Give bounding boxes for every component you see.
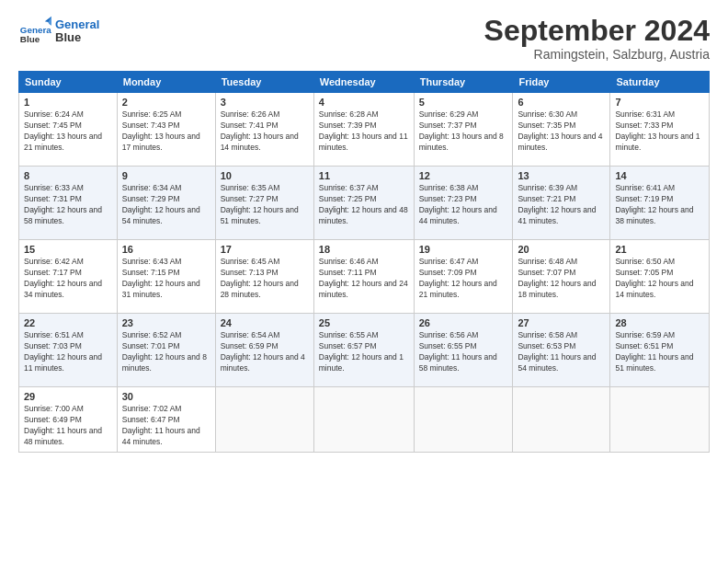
day-info: Sunrise: 6:28 AM Sunset: 7:39 PM Dayligh… xyxy=(319,109,409,154)
calendar-cell: 17 Sunrise: 6:45 AM Sunset: 7:13 PM Dayl… xyxy=(215,240,313,314)
location-subtitle: Ramingstein, Salzburg, Austria xyxy=(484,47,710,62)
day-info: Sunrise: 6:34 AM Sunset: 7:29 PM Dayligh… xyxy=(122,183,210,227)
page: General Blue General Blue September 2024… xyxy=(0,0,728,563)
calendar-cell xyxy=(610,387,710,453)
calendar-cell: 29 Sunrise: 7:00 AM Sunset: 6:49 PM Dayl… xyxy=(19,387,118,453)
day-info: Sunrise: 6:41 AM Sunset: 7:19 PM Dayligh… xyxy=(615,183,704,227)
day-number: 21 xyxy=(615,244,704,255)
calendar-cell: 23 Sunrise: 6:52 AM Sunset: 7:01 PM Dayl… xyxy=(117,314,215,387)
day-number: 15 xyxy=(24,244,112,255)
calendar-cell xyxy=(414,387,513,453)
header: General Blue General Blue September 2024… xyxy=(18,15,710,62)
day-info: Sunrise: 6:48 AM Sunset: 7:07 PM Dayligh… xyxy=(518,257,605,301)
day-number: 6 xyxy=(518,97,605,108)
day-info: Sunrise: 6:52 AM Sunset: 7:01 PM Dayligh… xyxy=(122,330,210,374)
day-number: 20 xyxy=(518,244,605,255)
day-info: Sunrise: 6:31 AM Sunset: 7:33 PM Dayligh… xyxy=(615,109,704,154)
day-number: 4 xyxy=(319,97,409,108)
day-number: 7 xyxy=(615,97,704,108)
col-header-monday: Monday xyxy=(117,72,215,93)
calendar-cell xyxy=(513,387,610,453)
day-number: 30 xyxy=(122,391,210,402)
calendar-cell: 2 Sunrise: 6:25 AM Sunset: 7:43 PM Dayli… xyxy=(117,93,215,167)
day-number: 8 xyxy=(24,170,112,181)
day-number: 13 xyxy=(518,170,605,181)
day-info: Sunrise: 6:45 AM Sunset: 7:13 PM Dayligh… xyxy=(221,257,309,301)
calendar-cell: 22 Sunrise: 6:51 AM Sunset: 7:03 PM Dayl… xyxy=(19,314,118,387)
calendar-cell: 27 Sunrise: 6:58 AM Sunset: 6:53 PM Dayl… xyxy=(513,314,610,387)
calendar-cell: 3 Sunrise: 6:26 AM Sunset: 7:41 PM Dayli… xyxy=(215,93,313,167)
calendar-cell: 30 Sunrise: 7:02 AM Sunset: 6:47 PM Dayl… xyxy=(117,387,215,453)
day-info: Sunrise: 6:42 AM Sunset: 7:17 PM Dayligh… xyxy=(24,257,112,301)
day-info: Sunrise: 6:33 AM Sunset: 7:31 PM Dayligh… xyxy=(24,183,112,227)
col-header-friday: Friday xyxy=(513,72,610,93)
calendar-cell: 6 Sunrise: 6:30 AM Sunset: 7:35 PM Dayli… xyxy=(513,93,610,167)
day-info: Sunrise: 6:29 AM Sunset: 7:37 PM Dayligh… xyxy=(419,109,508,154)
calendar-week-row: 8 Sunrise: 6:33 AM Sunset: 7:31 PM Dayli… xyxy=(19,167,710,240)
logo-line2: Blue xyxy=(55,31,99,44)
calendar-cell: 19 Sunrise: 6:47 AM Sunset: 7:09 PM Dayl… xyxy=(414,240,513,314)
day-info: Sunrise: 6:59 AM Sunset: 6:51 PM Dayligh… xyxy=(615,330,704,374)
calendar-cell: 5 Sunrise: 6:29 AM Sunset: 7:37 PM Dayli… xyxy=(414,93,513,167)
day-info: Sunrise: 6:37 AM Sunset: 7:25 PM Dayligh… xyxy=(319,183,409,227)
calendar-cell: 26 Sunrise: 6:56 AM Sunset: 6:55 PM Dayl… xyxy=(414,314,513,387)
day-number: 3 xyxy=(221,97,309,108)
calendar-week-row: 15 Sunrise: 6:42 AM Sunset: 7:17 PM Dayl… xyxy=(19,240,710,314)
col-header-sunday: Sunday xyxy=(19,72,118,93)
calendar-table: SundayMondayTuesdayWednesdayThursdayFrid… xyxy=(18,71,710,453)
day-number: 2 xyxy=(122,97,210,108)
day-info: Sunrise: 6:38 AM Sunset: 7:23 PM Dayligh… xyxy=(419,183,508,227)
day-info: Sunrise: 6:24 AM Sunset: 7:45 PM Dayligh… xyxy=(24,109,112,154)
day-number: 17 xyxy=(221,244,309,255)
day-number: 25 xyxy=(319,317,409,328)
day-info: Sunrise: 7:02 AM Sunset: 6:47 PM Dayligh… xyxy=(122,404,210,448)
day-number: 10 xyxy=(221,170,309,181)
day-number: 23 xyxy=(122,317,210,328)
day-number: 12 xyxy=(419,170,508,181)
day-number: 24 xyxy=(221,317,309,328)
day-number: 19 xyxy=(419,244,508,255)
logo-icon: General Blue xyxy=(18,15,51,48)
day-number: 14 xyxy=(615,170,704,181)
day-info: Sunrise: 6:54 AM Sunset: 6:59 PM Dayligh… xyxy=(221,330,309,374)
calendar-week-row: 22 Sunrise: 6:51 AM Sunset: 7:03 PM Dayl… xyxy=(19,314,710,387)
day-number: 27 xyxy=(518,317,605,328)
calendar-cell: 18 Sunrise: 6:46 AM Sunset: 7:11 PM Dayl… xyxy=(313,240,414,314)
day-info: Sunrise: 6:46 AM Sunset: 7:11 PM Dayligh… xyxy=(319,257,409,301)
day-info: Sunrise: 6:25 AM Sunset: 7:43 PM Dayligh… xyxy=(122,109,210,154)
calendar-cell: 24 Sunrise: 6:54 AM Sunset: 6:59 PM Dayl… xyxy=(215,314,313,387)
day-info: Sunrise: 6:56 AM Sunset: 6:55 PM Dayligh… xyxy=(419,330,508,374)
day-number: 9 xyxy=(122,170,210,181)
day-info: Sunrise: 6:50 AM Sunset: 7:05 PM Dayligh… xyxy=(615,257,704,301)
calendar-cell: 1 Sunrise: 6:24 AM Sunset: 7:45 PM Dayli… xyxy=(19,93,118,167)
day-number: 1 xyxy=(24,97,112,108)
svg-text:Blue: Blue xyxy=(20,34,40,44)
day-info: Sunrise: 6:51 AM Sunset: 7:03 PM Dayligh… xyxy=(24,330,112,374)
calendar-cell: 8 Sunrise: 6:33 AM Sunset: 7:31 PM Dayli… xyxy=(19,167,118,240)
calendar-cell: 15 Sunrise: 6:42 AM Sunset: 7:17 PM Dayl… xyxy=(19,240,118,314)
calendar-cell: 11 Sunrise: 6:37 AM Sunset: 7:25 PM Dayl… xyxy=(313,167,414,240)
calendar-cell xyxy=(313,387,414,453)
calendar-cell: 7 Sunrise: 6:31 AM Sunset: 7:33 PM Dayli… xyxy=(610,93,710,167)
calendar-cell: 28 Sunrise: 6:59 AM Sunset: 6:51 PM Dayl… xyxy=(610,314,710,387)
day-number: 28 xyxy=(615,317,704,328)
day-info: Sunrise: 6:30 AM Sunset: 7:35 PM Dayligh… xyxy=(518,109,605,154)
calendar-cell: 25 Sunrise: 6:55 AM Sunset: 6:57 PM Dayl… xyxy=(313,314,414,387)
day-info: Sunrise: 6:43 AM Sunset: 7:15 PM Dayligh… xyxy=(122,257,210,301)
day-info: Sunrise: 6:26 AM Sunset: 7:41 PM Dayligh… xyxy=(221,109,309,154)
col-header-wednesday: Wednesday xyxy=(313,72,414,93)
day-number: 18 xyxy=(319,244,409,255)
calendar-header-row: SundayMondayTuesdayWednesdayThursdayFrid… xyxy=(19,72,710,93)
day-info: Sunrise: 6:47 AM Sunset: 7:09 PM Dayligh… xyxy=(419,257,508,301)
calendar-cell: 13 Sunrise: 6:39 AM Sunset: 7:21 PM Dayl… xyxy=(513,167,610,240)
title-block: September 2024 Ramingstein, Salzburg, Au… xyxy=(484,15,710,62)
calendar-cell: 12 Sunrise: 6:38 AM Sunset: 7:23 PM Dayl… xyxy=(414,167,513,240)
day-info: Sunrise: 7:00 AM Sunset: 6:49 PM Dayligh… xyxy=(24,404,112,448)
calendar-cell: 10 Sunrise: 6:35 AM Sunset: 7:27 PM Dayl… xyxy=(215,167,313,240)
day-number: 22 xyxy=(24,317,112,328)
calendar-week-row: 29 Sunrise: 7:00 AM Sunset: 6:49 PM Dayl… xyxy=(19,387,710,453)
col-header-saturday: Saturday xyxy=(610,72,710,93)
day-number: 5 xyxy=(419,97,508,108)
calendar-cell xyxy=(215,387,313,453)
col-header-thursday: Thursday xyxy=(414,72,513,93)
